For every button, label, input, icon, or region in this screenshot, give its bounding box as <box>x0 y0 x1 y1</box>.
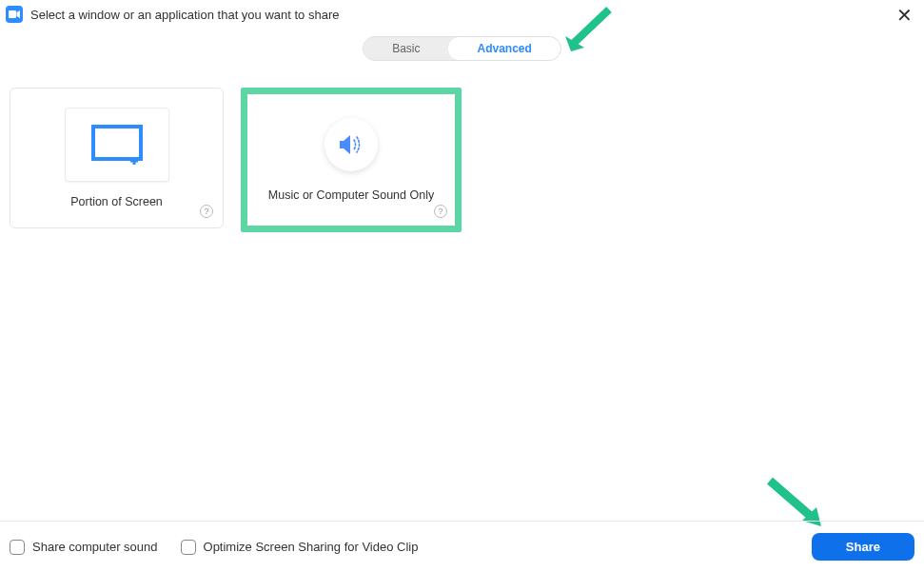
option-portion-of-screen[interactable]: Portion of Screen ? <box>10 88 224 228</box>
dialog-header: Select a window or an application that y… <box>0 0 924 27</box>
dialog-footer: Share computer sound Optimize Screen Sha… <box>0 521 924 572</box>
portion-thumbnail <box>65 108 169 182</box>
zoom-logo-icon <box>6 6 23 23</box>
help-icon[interactable]: ? <box>200 205 213 218</box>
sound-thumbnail <box>324 118 378 171</box>
checkbox-icon <box>181 540 196 555</box>
svg-rect-0 <box>9 10 16 18</box>
speaker-icon <box>338 133 364 156</box>
option-label: Portion of Screen <box>70 195 163 208</box>
checkbox-optimize-video[interactable]: Optimize Screen Sharing for Video Clip <box>181 540 419 555</box>
checkbox-label: Share computer sound <box>32 540 158 554</box>
help-icon[interactable]: ? <box>434 205 447 218</box>
dialog-title: Select a window or an application that y… <box>30 8 339 22</box>
checkbox-icon <box>10 540 25 555</box>
tabs: Basic Advanced <box>363 36 561 61</box>
tabs-container: Basic Advanced <box>0 36 924 61</box>
share-button[interactable]: Share <box>812 533 914 561</box>
checkbox-label: Optimize Screen Sharing for Video Clip <box>204 540 419 554</box>
speaker-icon-circle <box>324 118 378 171</box>
option-label: Music or Computer Sound Only <box>268 188 434 202</box>
close-button[interactable]: ✕ <box>896 6 913 25</box>
tab-advanced[interactable]: Advanced <box>448 37 560 60</box>
tab-basic[interactable]: Basic <box>364 37 448 60</box>
screen-region-icon <box>91 125 143 165</box>
svg-rect-1 <box>93 127 141 159</box>
option-music-computer-sound[interactable]: Music or Computer Sound Only ? <box>241 88 462 232</box>
share-options: Portion of Screen ? Music or Computer So… <box>0 61 924 232</box>
checkbox-share-sound[interactable]: Share computer sound <box>10 540 158 555</box>
